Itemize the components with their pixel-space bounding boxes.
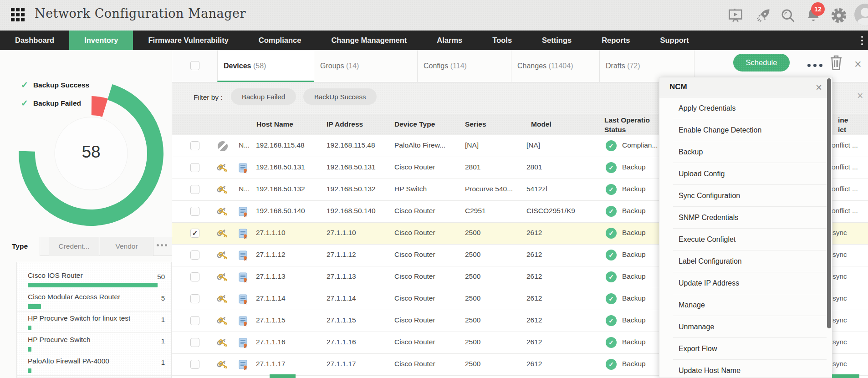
ncm-menu-item-enable-change-detection[interactable]: Enable Change Detection xyxy=(659,119,832,141)
host-name-cell[interactable]: 27.1.1.16 xyxy=(256,338,324,346)
row-checkbox[interactable] xyxy=(190,250,199,260)
nav-item-firmware-vulnerability[interactable]: Firmware Vulnerability xyxy=(133,31,243,50)
ncm-close-icon[interactable]: × xyxy=(816,81,822,94)
host-name-cell[interactable]: 192.168.50.131 xyxy=(256,163,324,171)
col-baseline-conflict-fragment[interactable]: ineict xyxy=(838,115,848,134)
nav-item-change-management[interactable]: Change Management xyxy=(316,31,422,50)
device-type-list-item[interactable]: PaloAlto Firewall PA-40001 xyxy=(17,354,171,376)
main-nav: DashboardInventoryFirmware Vulnerability… xyxy=(0,31,868,50)
device-type-cell: Cisco Router xyxy=(394,207,463,215)
close-filter-icon[interactable]: × xyxy=(857,91,863,101)
nav-item-inventory[interactable]: Inventory xyxy=(69,31,133,50)
device-type-list-item[interactable]: Cisco Modular Access Router5 xyxy=(17,290,171,312)
ncm-context-menu: NCM × Apply CredentialsEnable Change Det… xyxy=(659,77,832,378)
type-count: 1 xyxy=(161,337,165,345)
certificate-icon xyxy=(239,294,248,305)
ncm-menu-item-apply-credentials[interactable]: Apply Credentials xyxy=(659,97,832,119)
sidebar-tabs-more-icon[interactable] xyxy=(157,244,167,246)
filter-chip-backup-failed[interactable]: Backup Failed xyxy=(231,88,296,105)
device-type-list-item[interactable]: HP Procurve Switch for linux test1 xyxy=(17,312,171,333)
row-checkbox[interactable] xyxy=(190,229,199,238)
ncm-scrollbar[interactable] xyxy=(827,78,831,328)
presentation-icon[interactable] xyxy=(727,7,744,24)
nav-overflow-icon[interactable] xyxy=(858,34,866,47)
app-grid-icon[interactable] xyxy=(11,8,26,22)
host-name-cell[interactable]: 27.1.1.17 xyxy=(256,360,324,368)
nav-item-dashboard[interactable]: Dashboard xyxy=(0,31,69,50)
nav-item-settings[interactable]: Settings xyxy=(527,31,587,50)
device-type-list-item[interactable]: HP Procurve Switch1 xyxy=(17,333,171,354)
host-name-cell[interactable]: 27.1.1.12 xyxy=(256,250,324,259)
nav-item-tools[interactable]: Tools xyxy=(477,31,527,50)
ncm-menu-item-update-host-name[interactable]: Update Host Name xyxy=(659,360,832,378)
host-name-cell[interactable]: 192.168.115.48 xyxy=(256,141,324,149)
user-avatar[interactable] xyxy=(854,4,868,26)
col-last-operation-status[interactable]: Last OperatioStatus xyxy=(604,115,650,134)
ncm-menu-item-execute-configlet[interactable]: Execute Configlet xyxy=(659,229,832,250)
partial-button-fragment xyxy=(832,374,859,378)
notification-badge[interactable]: 12 xyxy=(811,2,825,16)
tab-configs[interactable]: Configs (114) xyxy=(418,50,511,82)
delete-icon[interactable] xyxy=(829,54,843,71)
filter-chip-backup-success[interactable]: BackUp Success xyxy=(303,88,377,105)
sidebar-tab-type[interactable]: Type xyxy=(0,237,40,256)
col-device-type[interactable]: Device Type xyxy=(394,120,435,128)
device-type-cell: Cisco Router xyxy=(394,229,463,237)
ncm-menu-item-export-flow[interactable]: Export Flow xyxy=(659,338,832,360)
ncm-menu-item-sync-configuration[interactable]: Sync Configuration xyxy=(659,185,832,207)
ncm-menu-item-upload-config[interactable]: Upload Config xyxy=(659,163,832,185)
select-all-checkbox[interactable] xyxy=(190,61,199,70)
host-name-cell[interactable]: 27.1.1.15 xyxy=(256,316,324,324)
col-host-name[interactable]: Host Name xyxy=(256,120,293,128)
host-name-cell[interactable]: 27.1.1.10 xyxy=(256,229,324,237)
col-series[interactable]: Series xyxy=(465,120,486,128)
host-name-cell[interactable]: 27.1.1.14 xyxy=(256,294,324,302)
col-ip-address[interactable]: IP Address xyxy=(327,120,363,128)
nav-item-compliance[interactable]: Compliance xyxy=(244,31,317,50)
tab-changes[interactable]: Changes (11404) xyxy=(511,50,600,82)
sidebar-tab-vendor[interactable]: Vendor xyxy=(100,237,153,256)
baseline-conflict-cell: Conflict ... xyxy=(830,185,868,193)
ncm-menu-item-manage[interactable]: Manage xyxy=(659,294,832,316)
row-checkbox[interactable] xyxy=(190,141,199,150)
ip-address-cell: 27.1.1.12 xyxy=(327,250,393,259)
row-checkbox[interactable] xyxy=(190,185,199,194)
certificate-icon xyxy=(239,272,248,283)
nav-item-support[interactable]: Support xyxy=(645,31,704,50)
nav-item-reports[interactable]: Reports xyxy=(587,31,645,50)
status-success-icon xyxy=(606,228,617,239)
row-checkbox[interactable] xyxy=(190,207,199,216)
device-type-cell: Cisco Router xyxy=(394,163,463,171)
row-checkbox[interactable] xyxy=(190,338,199,347)
tab-groups[interactable]: Groups (14) xyxy=(314,50,418,82)
row-checkbox[interactable] xyxy=(190,163,199,172)
ncm-menu-item-label-configuration[interactable]: Label Configuration xyxy=(659,250,832,272)
device-type-list-item[interactable]: Cisco IOS Router50 xyxy=(17,269,171,290)
model-cell: CISCO2951/K9 xyxy=(526,207,602,215)
tab-devices[interactable]: Devices (58) xyxy=(217,50,314,82)
ncm-menu-item-backup[interactable]: Backup xyxy=(659,141,832,163)
type-count-bar xyxy=(28,347,31,352)
nav-item-alarms[interactable]: Alarms xyxy=(422,31,477,50)
host-name-cell[interactable]: 192.168.50.140 xyxy=(256,207,324,215)
host-name-cell[interactable]: 27.1.1.13 xyxy=(256,272,324,281)
type-count: 1 xyxy=(161,316,165,323)
col-model[interactable]: Model xyxy=(531,120,551,128)
schedule-button[interactable]: Schedule xyxy=(733,54,790,72)
rocket-icon[interactable] xyxy=(755,7,771,24)
search-icon[interactable] xyxy=(780,7,796,24)
more-actions-icon[interactable] xyxy=(807,64,822,67)
model-cell: 2612 xyxy=(526,250,602,259)
close-view-icon[interactable]: × xyxy=(854,58,862,71)
host-name-cell[interactable]: 192.168.50.132 xyxy=(256,185,324,193)
ncm-menu-item-snmp-credentials[interactable]: SNMP Credentials xyxy=(659,207,832,229)
row-checkbox[interactable] xyxy=(190,272,199,281)
ncm-menu-item-update-ip-address[interactable]: Update IP Address xyxy=(659,272,832,294)
row-checkbox[interactable] xyxy=(190,294,199,303)
row-checkbox[interactable] xyxy=(190,316,199,325)
sidebar: ✓ Backup Success ✓ Backup Failed 58 Type… xyxy=(0,50,172,378)
gear-icon[interactable] xyxy=(831,7,847,24)
sidebar-tab-credent[interactable]: Credent... xyxy=(49,237,99,256)
ncm-menu-item-unmanage[interactable]: Unmanage xyxy=(659,316,832,338)
row-checkbox[interactable] xyxy=(190,360,199,369)
